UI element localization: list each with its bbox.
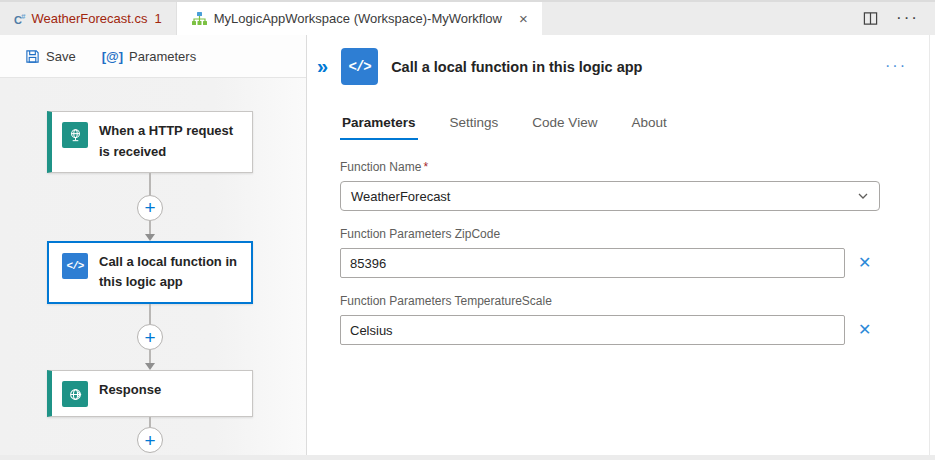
connector-line [149, 221, 151, 234]
editor-tab-bar: C# WeatherForecast.cs 1 MyLogicAppWorksp… [0, 0, 935, 35]
panel-title: Call a local function in this logic app [391, 59, 642, 75]
workflow-node-http-request-trigger[interactable]: When a HTTP request is received [47, 111, 253, 173]
function-name-field: Function Name* WeatherForecast [340, 160, 935, 211]
insert-step-button[interactable]: + [137, 195, 163, 221]
chevron-down-icon [857, 190, 869, 202]
parameters-button[interactable]: [@] Parameters [102, 49, 197, 64]
temperature-scale-label: Function Parameters TemperatureScale [340, 294, 935, 308]
workflow-file-icon [191, 11, 207, 27]
connector-line [149, 304, 151, 324]
workflow-node-call-local-function[interactable]: </> Call a local function in this logic … [47, 241, 253, 305]
tab-close-icon[interactable]: × [519, 11, 528, 26]
tab-myworkflow[interactable]: MyLogicAppWorkspace (Workspace)-MyWorkfl… [177, 2, 542, 35]
save-button[interactable]: Save [25, 49, 76, 64]
function-name-label: Function Name* [340, 160, 935, 174]
node-title: When a HTTP request is received [99, 121, 242, 163]
connector-line [149, 350, 151, 363]
workflow-node-response[interactable]: Response [47, 370, 253, 417]
tab-label: MyLogicAppWorkspace (Workspace)-MyWorkfl… [214, 11, 502, 26]
panel-header: » </> Call a local function in this logi… [307, 35, 935, 95]
local-function-icon: </> [62, 253, 88, 279]
temperature-scale-input[interactable] [340, 315, 845, 345]
connector-arrow-icon [145, 234, 155, 241]
more-actions-icon[interactable]: ··· [896, 15, 919, 22]
tab-weatherforecast-cs[interactable]: C# WeatherForecast.cs 1 [0, 2, 177, 35]
tab-settings[interactable]: Settings [448, 109, 501, 140]
tab-problem-badge: 1 [155, 11, 162, 26]
editor-area: Save [@] Parameters Whe [0, 35, 935, 455]
node-title: Response [99, 380, 161, 401]
tab-label: WeatherForecast.cs [31, 11, 147, 26]
function-name-value: WeatherForecast [351, 189, 450, 204]
collapse-panel-icon[interactable]: » [317, 56, 328, 76]
parameters-icon: [@] [102, 49, 123, 64]
connector-arrow-icon [145, 363, 155, 370]
zipcode-field: Function Parameters ZipCode ✕ [340, 227, 935, 278]
split-editor-icon[interactable] [863, 11, 878, 26]
parameters-label: Parameters [129, 49, 196, 64]
tab-about[interactable]: About [629, 109, 668, 140]
save-icon [25, 49, 40, 64]
workflow-canvas[interactable]: When a HTTP request is received + </> Ca… [0, 78, 306, 455]
node-title: Call a local function in this logic app [99, 252, 241, 294]
required-asterisk: * [423, 160, 428, 174]
operation-details-panel: » </> Call a local function in this logi… [307, 35, 935, 455]
tab-bar-actions: ··· [863, 2, 935, 35]
csharp-file-icon: C# [14, 12, 24, 26]
designer-toolbar: Save [@] Parameters [0, 35, 306, 78]
local-function-icon: </> [341, 48, 378, 85]
workflow-column: When a HTTP request is received + </> Ca… [47, 78, 253, 453]
function-name-dropdown[interactable]: WeatherForecast [340, 181, 880, 211]
insert-step-button[interactable]: + [137, 427, 163, 453]
delete-parameter-icon[interactable]: ✕ [858, 255, 871, 271]
panel-more-icon[interactable]: ··· [885, 63, 921, 69]
tab-parameters[interactable]: Parameters [340, 109, 418, 140]
delete-parameter-icon[interactable]: ✕ [858, 322, 871, 338]
bottom-edge-strip [0, 455, 935, 460]
connector-line [149, 417, 151, 427]
save-label: Save [46, 49, 76, 64]
temperature-scale-field: Function Parameters TemperatureScale ✕ [340, 294, 935, 345]
insert-step-button[interactable]: + [137, 324, 163, 350]
zipcode-input[interactable] [340, 248, 845, 278]
parameters-form: Function Name* WeatherForecast Function … [340, 160, 935, 345]
zipcode-label: Function Parameters ZipCode [340, 227, 935, 241]
workflow-designer-pane: Save [@] Parameters Whe [0, 35, 307, 455]
response-icon [62, 381, 88, 407]
panel-tab-strip: Parameters Settings Code View About [340, 109, 935, 140]
tab-code-view[interactable]: Code View [530, 109, 599, 140]
connector-line [149, 173, 151, 195]
panel-scrollbar-track[interactable] [929, 35, 930, 455]
http-request-trigger-icon [62, 122, 88, 148]
